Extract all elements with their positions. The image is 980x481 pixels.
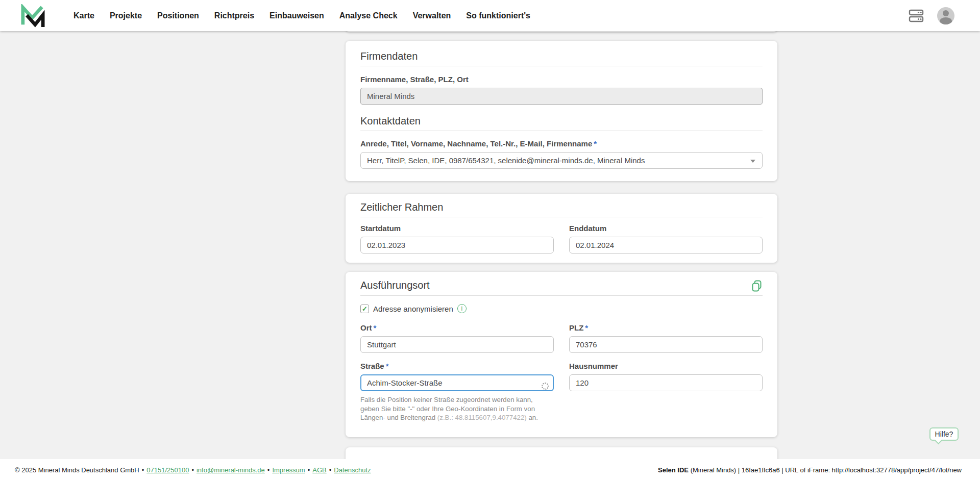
footer-separator: • — [329, 466, 332, 474]
chevron-down-icon — [750, 160, 755, 163]
footer-link-agb[interactable]: AGB — [312, 466, 326, 474]
anonymize-label[interactable]: Adresse anonymisieren — [373, 305, 453, 313]
checkmark-icon: ✓ — [362, 306, 368, 312]
server-stack-icon[interactable] — [909, 9, 924, 23]
divider — [360, 217, 763, 217]
enddatum-label: Enddatum — [569, 224, 763, 233]
avatar-head-icon — [943, 10, 949, 16]
help-button[interactable]: Hilfe? — [929, 427, 959, 441]
helper-text-example: (z.B.: 48.8115607,9.4077422) — [437, 414, 527, 421]
ort-label-text: Ort — [360, 323, 372, 332]
enddatum-input[interactable] — [569, 237, 763, 254]
ort-input[interactable] — [360, 336, 554, 353]
footer-bar: © 2025 Mineral Minds Deutschland GmbH • … — [0, 459, 980, 481]
anonymize-checkbox[interactable]: ✓ — [360, 305, 369, 313]
copyright-text: © 2025 Mineral Minds Deutschland GmbH — [15, 466, 139, 474]
company-input — [360, 88, 763, 105]
nav-item-verwalten[interactable]: Verwalten — [413, 0, 451, 31]
footer-link-phone[interactable]: 07151/250100 — [146, 466, 189, 474]
footer-link-datenschutz[interactable]: Datenschutz — [334, 466, 371, 474]
startdatum-input[interactable] — [360, 237, 554, 254]
footer-link-impressum[interactable]: Impressum — [272, 466, 305, 474]
nav-item-richtpreis[interactable]: Richtpreis — [214, 0, 254, 31]
firmendaten-title: Firmendaten — [360, 50, 763, 62]
contact-select[interactable]: Herr, TitelP, Selen, IDE, 0987/654321, s… — [360, 152, 763, 169]
ide-details: (Mineral Minds) | 16fae1ffc6a6 | URL of … — [689, 466, 962, 474]
firmendaten-card: Firmendaten Firmenname, Straße, PLZ, Ort… — [346, 41, 777, 181]
user-avatar[interactable] — [937, 7, 954, 24]
ide-status-text: Selen IDE (Mineral Minds) | 16fae1ffc6a6… — [658, 466, 962, 474]
nav-item-einbauweisen[interactable]: Einbauweisen — [270, 0, 324, 31]
plz-label-text: PLZ — [569, 323, 583, 332]
top-navigation-bar: Karte Projekte Positionen Richtpreis Ein… — [0, 0, 980, 31]
nav-item-positionen[interactable]: Positionen — [157, 0, 199, 31]
required-asterisk: * — [585, 323, 588, 332]
ide-name: Selen IDE — [658, 466, 689, 474]
nav-item-so-funktionierts[interactable]: So funktioniert's — [466, 0, 530, 31]
main-nav: Karte Projekte Positionen Richtpreis Ein… — [74, 0, 530, 31]
footer-separator: • — [267, 466, 270, 474]
nav-item-analyse-check[interactable]: Analyse Check — [339, 0, 398, 31]
nav-item-projekte[interactable]: Projekte — [110, 0, 142, 31]
strasse-helper-text: Falls die Position keiner Straße zugeord… — [360, 395, 552, 422]
startdatum-label: Startdatum — [360, 224, 554, 233]
copy-icon[interactable] — [751, 280, 763, 292]
nav-item-karte[interactable]: Karte — [74, 0, 94, 31]
strasse-label-text: Straße — [360, 362, 384, 370]
contact-field-label-text: Anrede, Titel, Vorname, Nachname, Tel.-N… — [360, 139, 592, 148]
ausfuehrungsort-title: Ausführungsort — [360, 279, 430, 291]
required-asterisk: * — [386, 362, 389, 370]
hausnummer-input[interactable] — [569, 374, 763, 391]
divider — [360, 66, 763, 66]
company-field-label: Firmenname, Straße, PLZ, Ort — [360, 75, 763, 84]
avatar-shoulders-icon — [940, 17, 952, 24]
contact-field-label: Anrede, Titel, Vorname, Nachname, Tel.-N… — [360, 139, 763, 148]
header-actions — [909, 7, 954, 24]
mineral-minds-logo-icon[interactable] — [20, 4, 45, 28]
helper-text-suffix: an. — [527, 414, 538, 421]
footer-separator: • — [308, 466, 310, 474]
ort-label: Ort* — [360, 323, 554, 333]
plz-label: PLZ* — [569, 323, 763, 333]
plz-input[interactable] — [569, 336, 763, 353]
divider — [360, 131, 763, 131]
ausfuehrungsort-card: Ausführungsort ✓ Adresse anonymisieren i… — [346, 272, 777, 437]
footer-separator: • — [191, 466, 194, 474]
strasse-input[interactable] — [360, 374, 554, 391]
divider — [360, 295, 763, 296]
loading-spinner-icon — [542, 383, 549, 390]
required-asterisk: * — [594, 139, 597, 148]
strasse-label: Straße* — [360, 362, 554, 371]
required-asterisk: * — [374, 323, 377, 332]
zeitlicher-rahmen-card: Zeitlicher Rahmen Startdatum Enddatum — [346, 194, 777, 263]
contact-select-value: Herr, TitelP, Selen, IDE, 0987/654321, s… — [367, 156, 645, 165]
zeitlicher-rahmen-title: Zeitlicher Rahmen — [360, 201, 763, 213]
kontaktdaten-title: Kontaktdaten — [360, 115, 763, 127]
footer-links: © 2025 Mineral Minds Deutschland GmbH • … — [15, 466, 371, 474]
info-icon[interactable]: i — [457, 304, 467, 313]
footer-separator: • — [142, 466, 144, 474]
footer-link-email[interactable]: info@mineral-minds.de — [197, 466, 265, 474]
hausnummer-label: Hausnummer — [569, 362, 763, 371]
